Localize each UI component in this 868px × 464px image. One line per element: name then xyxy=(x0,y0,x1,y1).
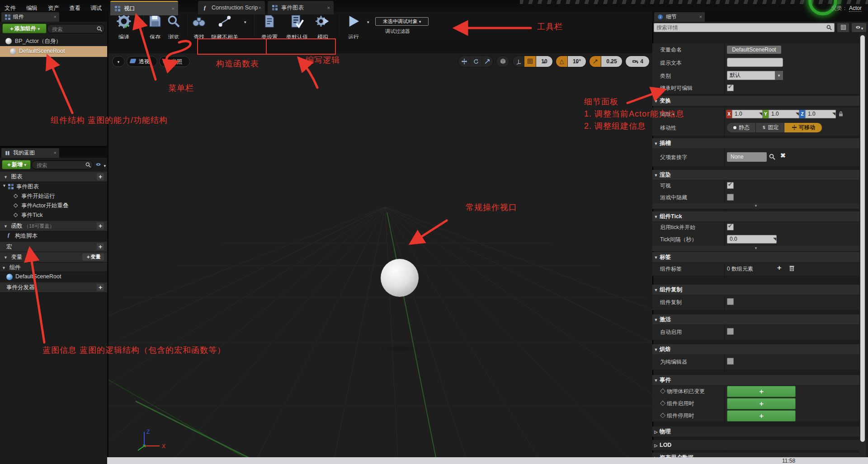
dispatchers-header[interactable]: 事件分发器 ＋ xyxy=(0,282,107,293)
tick-interval-input[interactable]: 0.0 xyxy=(727,235,777,244)
component-row-root[interactable]: BP_Actor（自身） xyxy=(0,36,107,46)
compile-options-caret[interactable]: ▾ xyxy=(134,20,137,24)
class-defaults-button[interactable]: 类默认值 xyxy=(284,13,310,30)
event-item-tick[interactable]: ◇ 事件Tick xyxy=(0,211,107,220)
hide-unrelated-caret[interactable]: ▾ xyxy=(244,20,246,24)
parent-class-link[interactable]: Actor xyxy=(849,5,862,12)
section-lod[interactable]: ▷LOD xyxy=(652,440,859,450)
tab-construction-script[interactable]: ƒ Construction Scrip × xyxy=(198,1,265,14)
add-event-deactivated-button[interactable]: ＋ xyxy=(727,410,796,422)
lit-mode-button[interactable]: 光照 xyxy=(159,56,190,67)
auto-activate-checkbox[interactable] xyxy=(727,328,734,335)
menu-debug[interactable]: 调试 xyxy=(90,5,102,12)
section-tags[interactable]: ▼标签 xyxy=(652,252,859,262)
section-activation[interactable]: ▼激活 xyxy=(652,314,859,325)
parent-socket-value[interactable]: None xyxy=(727,152,767,162)
scale-z-input[interactable]: 1.0 xyxy=(805,110,836,118)
class-settings-button[interactable]: 类设置 xyxy=(259,13,280,30)
section-physics[interactable]: ▷物理 xyxy=(652,427,859,437)
hide-unrelated-button[interactable]: 隐藏不相关 xyxy=(210,13,240,30)
lock-icon[interactable] xyxy=(837,110,844,118)
add-macro-button[interactable]: ＋ xyxy=(97,243,104,250)
graphs-header[interactable]: ▼ 图表 ＋ xyxy=(0,172,107,182)
add-component-button[interactable]: ＋添加组件 ▾ xyxy=(2,23,47,33)
details-tab[interactable]: 细节 × xyxy=(654,12,705,22)
add-event-activated-button[interactable]: ＋ xyxy=(727,398,796,409)
details-search[interactable]: 搜索详情 xyxy=(654,23,835,32)
grid-snap-toggle[interactable] xyxy=(524,56,536,67)
event-item-overlap[interactable]: ◇ 事件Actor开始重叠 xyxy=(0,201,107,211)
category-dropdown[interactable]: 默认 ▾ xyxy=(727,71,783,80)
functions-header[interactable]: ▼ 函数 （18可覆盖） ＋ xyxy=(0,221,107,231)
construction-script-item[interactable]: ƒ 构造脚本 xyxy=(0,231,107,241)
simulate-button[interactable]: 模拟 xyxy=(314,13,332,30)
hidden-in-game-checkbox[interactable] xyxy=(727,194,734,201)
section-component-tick[interactable]: ▼组件Tick xyxy=(652,211,859,222)
socket-clear-icon[interactable]: ✖ xyxy=(780,152,786,159)
scale-snap-toggle[interactable] xyxy=(590,56,601,67)
details-view-options-button[interactable] xyxy=(837,23,849,32)
find-button[interactable]: 查找 xyxy=(190,13,208,30)
blueprint-scene-root-item[interactable]: DefaultSceneRoot xyxy=(0,272,107,282)
menu-asset[interactable]: 资产 xyxy=(48,5,59,12)
tick-advanced-expander[interactable]: ▼ xyxy=(652,246,859,252)
add-function-button[interactable]: ＋ xyxy=(97,222,104,230)
rotate-tool-button[interactable] xyxy=(470,56,481,67)
start-with-tick-checkbox[interactable] xyxy=(727,224,734,230)
event-graph-item[interactable]: ▼ 事件图表 xyxy=(0,182,107,192)
debug-object-dropdown[interactable]: 未选中调试对象 ▾ xyxy=(375,17,429,26)
mobility-static-button[interactable]: 静态 xyxy=(727,123,756,132)
move-tool-button[interactable] xyxy=(458,56,470,67)
world-local-toggle[interactable] xyxy=(496,56,509,67)
components-search-input[interactable] xyxy=(51,24,93,34)
viewport-3d[interactable]: X Z ▾ 透视 光照 xyxy=(108,53,652,457)
mobility-movable-button[interactable]: 可移动 xyxy=(784,123,822,132)
scale-tool-button[interactable] xyxy=(482,56,493,67)
close-icon[interactable]: × xyxy=(172,2,175,15)
component-row-scene-root[interactable]: DefaultSceneRoot xyxy=(0,46,107,57)
section-replication[interactable]: ▼组件复制 xyxy=(652,285,859,295)
tab-event-graph[interactable]: 事件图表 × xyxy=(268,1,334,14)
surface-snap-button[interactable] xyxy=(513,56,524,67)
trash-icon[interactable] xyxy=(788,265,795,272)
myblueprint-tab[interactable]: 我的蓝图 × xyxy=(1,148,59,158)
scale-y-input[interactable]: 1.0 xyxy=(769,110,799,118)
section-rendering[interactable]: ▼渲染 xyxy=(652,170,859,180)
editable-checkbox[interactable] xyxy=(727,84,734,91)
details-scrollbar-thumb[interactable] xyxy=(860,35,865,442)
add-tag-icon[interactable]: ＋ xyxy=(776,263,783,272)
grid-snap-value[interactable]: 10▾ xyxy=(536,56,552,67)
close-icon[interactable]: × xyxy=(54,148,57,158)
section-transform[interactable]: ▼变换 xyxy=(652,96,859,106)
perspective-button[interactable]: 透视 xyxy=(127,56,157,67)
camera-speed-group[interactable]: 4▾ xyxy=(626,56,649,67)
close-icon[interactable]: × xyxy=(699,12,702,22)
mobility-stationary-button[interactable]: 固定 xyxy=(756,123,784,132)
macros-header[interactable]: 宏 ＋ xyxy=(0,242,107,252)
menu-edit[interactable]: 编辑 xyxy=(26,5,38,12)
socket-search-icon[interactable] xyxy=(769,153,776,160)
add-graph-button[interactable]: ＋ xyxy=(97,173,104,180)
event-item-beginplay[interactable]: ◇ 事件开始运行 xyxy=(0,192,107,201)
add-dispatcher-button[interactable]: ＋ xyxy=(97,284,104,291)
scale-snap-value[interactable]: 0.25▾ xyxy=(601,56,622,67)
rotation-snap-value[interactable]: 10°▾ xyxy=(568,56,586,67)
play-options-caret[interactable]: ▾ xyxy=(367,20,369,24)
visibility-filter-button[interactable]: ▾ xyxy=(95,161,106,169)
close-icon[interactable]: × xyxy=(259,1,261,14)
add-variable-button[interactable]: ＋变量 xyxy=(82,253,104,261)
is-editor-only-checkbox[interactable] xyxy=(727,358,734,365)
section-sockets[interactable]: ▼插槽 xyxy=(652,138,859,149)
myblueprint-search-input[interactable] xyxy=(36,161,80,170)
tooltip-input[interactable] xyxy=(727,58,783,67)
components-tab[interactable]: 组件 × xyxy=(1,12,59,22)
menu-view[interactable]: 查看 xyxy=(69,5,80,12)
variable-name-value[interactable]: DefaultSceneRoot xyxy=(727,46,781,54)
menu-file[interactable]: 文件 xyxy=(5,5,16,12)
variables-header[interactable]: ▼ 变量 ＋变量 xyxy=(0,252,107,262)
tab-viewport[interactable]: 视口 × xyxy=(110,1,178,15)
viewport-options-button[interactable]: ▾ xyxy=(112,56,125,67)
close-icon[interactable]: × xyxy=(54,12,57,22)
rotation-snap-toggle[interactable]: △ xyxy=(556,56,567,67)
visible-checkbox[interactable] xyxy=(727,182,734,189)
